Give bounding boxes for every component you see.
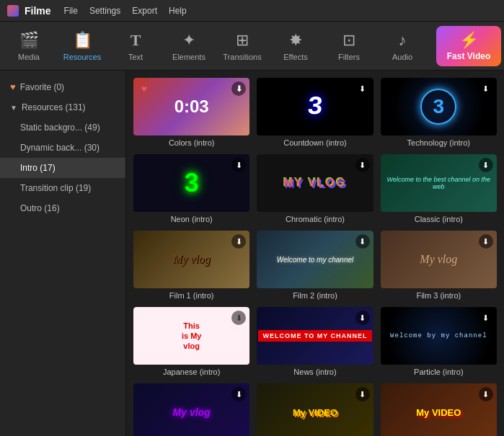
thumb-myvlog1-intro: My vlog ⬇ [133, 383, 249, 436]
menu-settings[interactable]: Settings [89, 6, 120, 16]
download-technology-btn[interactable]: ⬇ [479, 81, 493, 96]
thumb-neon-intro: 3 ⬇ [133, 154, 249, 212]
fast-video-button[interactable]: ⚡ Fast Video [436, 26, 501, 66]
menu-file[interactable]: File [64, 6, 78, 16]
label-chromatic-intro: Chromatic (intro) [257, 215, 373, 223]
fav-colors-icon: ♥ [137, 81, 151, 96]
card-film1-intro[interactable]: My vlog ⬇ Film 1 (intro) [133, 231, 249, 300]
download-film1-btn[interactable]: ⬇ [231, 234, 246, 249]
label-film2-intro: Film 2 (intro) [257, 291, 373, 300]
filters-icon: ⊡ [342, 31, 355, 50]
sidebar-resources-label: Resources (131) [22, 102, 86, 112]
thumb-japanese-intro: Thisis Myvlog ⬇ [133, 307, 249, 365]
menu-help[interactable]: Help [169, 6, 187, 16]
app-icon [7, 5, 19, 17]
nav-elements[interactable]: ✦ Elements [163, 25, 215, 68]
sidebar-intro[interactable]: Intro (17) [0, 158, 125, 178]
sidebar-favorite[interactable]: ♥ Favorite (0) [0, 76, 125, 97]
sidebar-dynamic-bg[interactable]: Dynamic back... (30) [0, 138, 125, 158]
text-icon: T [131, 31, 141, 50]
card-technology-intro[interactable]: 3 ⬇ Technology (intro) [381, 78, 497, 147]
cards-grid: ♥ 0:03 ⬇ Colors (intro) 3 ⬇ Countdown (i… [133, 78, 497, 436]
content-area: ♥ 0:03 ⬇ Colors (intro) 3 ⬇ Countdown (i… [126, 71, 504, 436]
menu-bar: File Settings Export Help [64, 6, 187, 16]
thumb-particle-intro: Welcome by my channel ⬇ [381, 307, 497, 365]
main-layout: ♥ Favorite (0) ▼ Resources (131) Static … [0, 71, 504, 436]
thumb-myvideo2-intro: My VIDEO ⬇ [381, 383, 497, 436]
transitions-icon: ⊞ [236, 31, 249, 50]
sidebar-static-bg[interactable]: Static backgro... (49) [0, 117, 125, 138]
label-colors-intro: Colors (intro) [133, 138, 249, 147]
thumb-technology-intro: 3 ⬇ [381, 78, 497, 135]
thumb-film2-intro: Welcome to my channel ⬇ [257, 231, 373, 288]
label-film1-intro: Film 1 (intro) [133, 291, 249, 300]
card-neon-intro[interactable]: 3 ⬇ Neon (intro) [133, 154, 249, 223]
download-myvlog1-btn[interactable]: ⬇ [231, 387, 246, 401]
nav-transitions-label: Transitions [223, 53, 261, 61]
thumb-film1-intro: My vlog ⬇ [133, 231, 249, 288]
download-film3-btn[interactable]: ⬇ [479, 234, 493, 249]
nav-effects-label: Effects [283, 53, 307, 61]
nav-media-label: Media [18, 53, 40, 61]
top-nav: 🎬 Media 📋 Resources T Text ✦ Elements ⊞ … [0, 22, 504, 71]
download-news-btn[interactable]: ⬇ [355, 311, 370, 325]
sidebar-transition-clip[interactable]: Transition clip (19) [0, 178, 125, 198]
download-myvideo2-btn[interactable]: ⬇ [479, 387, 493, 401]
resources-icon: 📋 [73, 31, 92, 50]
fast-video-icon: ⚡ [459, 31, 479, 50]
nav-media[interactable]: 🎬 Media [3, 25, 55, 68]
card-news-intro[interactable]: WELCOME TO MY CHANNEL ⬇ News (intro) [257, 307, 373, 376]
label-technology-intro: Technology (intro) [381, 138, 497, 147]
card-chromatic-intro[interactable]: MY VLOG ⬇ Chromatic (intro) [257, 154, 373, 223]
download-countdown-btn[interactable]: ⬇ [355, 81, 370, 96]
effects-icon: ✸ [289, 31, 302, 50]
download-colors-btn[interactable]: ⬇ [231, 81, 246, 96]
sidebar-outro[interactable]: Outro (16) [0, 198, 125, 218]
thumb-classic-intro: Welcome to the best channel on the web ⬇ [381, 154, 497, 212]
download-myvideo1-btn[interactable]: ⬇ [355, 387, 370, 401]
card-film3-intro[interactable]: My vlog ⬇ Film 3 (intro) [381, 231, 497, 300]
label-particle-intro: Particle (intro) [381, 368, 497, 376]
card-countdown-intro[interactable]: 3 ⬇ Countdown (intro) [257, 78, 373, 147]
download-film2-btn[interactable]: ⬇ [355, 234, 370, 249]
card-classic-intro[interactable]: Welcome to the best channel on the web ⬇… [381, 154, 497, 223]
card-japanese-intro[interactable]: Thisis Myvlog ⬇ Japanese (intro) [133, 307, 249, 376]
media-icon: 🎬 [19, 31, 39, 50]
fast-video-label: Fast Video [447, 51, 490, 61]
card-film2-intro[interactable]: Welcome to my channel ⬇ Film 2 (intro) [257, 231, 373, 300]
nav-elements-label: Elements [172, 53, 205, 61]
thumb-colors-intro: ♥ 0:03 ⬇ [133, 78, 249, 135]
sidebar-intro-label: Intro (17) [20, 163, 56, 173]
audio-icon: ♪ [399, 31, 407, 50]
thumb-chromatic-intro: MY VLOG ⬇ [257, 154, 373, 212]
thumb-countdown-intro: 3 ⬇ [257, 78, 373, 135]
nav-effects[interactable]: ✸ Effects [270, 25, 322, 68]
card-particle-intro[interactable]: Welcome by my channel ⬇ Particle (intro) [381, 307, 497, 376]
thumb-news-intro: WELCOME TO MY CHANNEL ⬇ [257, 307, 373, 365]
menu-export[interactable]: Export [132, 6, 157, 16]
nav-text-label: Text [128, 53, 143, 61]
card-myvlog1-intro[interactable]: My vlog ⬇ My vlog (intro) [133, 383, 249, 436]
card-colors-intro[interactable]: ♥ 0:03 ⬇ Colors (intro) [133, 78, 249, 147]
label-neon-intro: Neon (intro) [133, 215, 249, 223]
download-classic-btn[interactable]: ⬇ [479, 158, 493, 172]
nav-audio-label: Audio [392, 53, 412, 61]
app-name: Filme [25, 5, 51, 17]
card-myvideo2-intro[interactable]: My VIDEO ⬇ My VIDEO 2 (intro) [381, 383, 497, 436]
download-neon-btn[interactable]: ⬇ [231, 158, 246, 172]
sidebar-resources[interactable]: ▼ Resources (131) [0, 97, 125, 117]
download-chromatic-btn[interactable]: ⬇ [355, 158, 370, 172]
nav-filters[interactable]: ⊡ Filters [323, 25, 375, 68]
nav-audio[interactable]: ♪ Audio [376, 25, 428, 68]
nav-transitions[interactable]: ⊞ Transitions [216, 25, 268, 68]
download-japanese-btn[interactable]: ⬇ [231, 311, 246, 325]
card-myvideo1-intro[interactable]: My VIDEO ⬇ My VIDEO (intro) [257, 383, 373, 436]
download-particle-btn[interactable]: ⬇ [479, 311, 493, 325]
nav-text[interactable]: T Text [110, 25, 162, 68]
sidebar-favorite-label: Favorite (0) [20, 82, 64, 92]
sidebar-outro-label: Outro (16) [20, 203, 60, 213]
label-classic-intro: Classic (intro) [381, 215, 497, 223]
heart-icon: ♥ [10, 81, 16, 92]
sidebar-static-bg-label: Static backgro... (49) [20, 123, 100, 133]
nav-resources[interactable]: 📋 Resources [56, 25, 108, 68]
